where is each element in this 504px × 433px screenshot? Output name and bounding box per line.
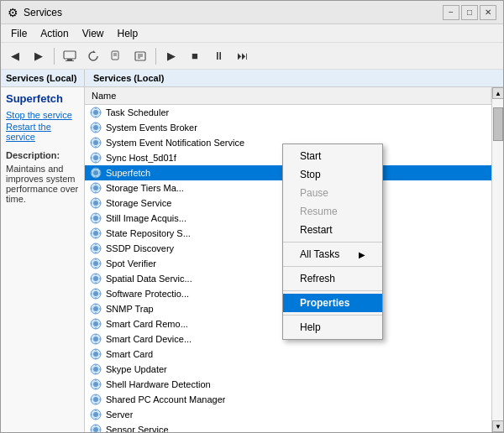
- service-name-label: SSDP Discovery: [103, 243, 174, 253]
- service-name-label: Task Scheduler: [103, 107, 169, 117]
- toolbar-sep-2: [155, 48, 156, 65]
- toolbar-computer[interactable]: [59, 46, 81, 66]
- toolbar-play[interactable]: ▶: [160, 46, 182, 66]
- toolbar: ◀ ▶ ▶ ■ ⏸ ⏭: [1, 43, 503, 70]
- svg-rect-2: [66, 60, 74, 61]
- service-name-label: Still Image Acquis...: [103, 213, 186, 223]
- selected-service-name: Superfetch: [1, 87, 84, 108]
- service-icon: [88, 257, 103, 270]
- context-menu-item-resume: Resume: [283, 202, 382, 221]
- svg-point-54: [93, 216, 98, 221]
- service-name-label: Smart Card: [103, 349, 153, 359]
- maximize-button[interactable]: □: [461, 5, 478, 20]
- scroll-track[interactable]: [492, 99, 503, 420]
- service-name-label: State Repository S...: [103, 228, 191, 238]
- restart-service-link[interactable]: Restart the service: [6, 122, 79, 142]
- service-icon: [88, 332, 103, 346]
- service-icon: [88, 347, 103, 361]
- service-name-label: Storage Service: [103, 198, 171, 208]
- service-icon: [88, 181, 103, 195]
- service-name-label: Storage Tiers Ma...: [103, 183, 184, 193]
- svg-rect-1: [67, 59, 72, 60]
- svg-point-36: [93, 170, 98, 175]
- svg-point-132: [93, 412, 98, 417]
- service-icon: [88, 136, 103, 149]
- service-icon: [88, 408, 103, 421]
- left-panel: Services (Local) Superfetch Stop the ser…: [1, 70, 85, 432]
- svg-point-72: [93, 261, 98, 266]
- service-row[interactable]: Smart Card: [85, 347, 491, 362]
- svg-point-18: [93, 125, 98, 130]
- main-area: Services (Local) Superfetch Stop the ser…: [1, 70, 503, 432]
- context-menu-item-all-tasks[interactable]: All Tasks▶: [283, 245, 382, 263]
- minimize-button[interactable]: −: [443, 5, 459, 20]
- window-title: Services: [24, 7, 62, 18]
- close-button[interactable]: ✕: [480, 5, 496, 20]
- service-icon: [88, 196, 103, 210]
- service-name-label: Spatial Data Servic...: [103, 274, 192, 284]
- right-panel: Services (Local) Name Task Scheduler Sys…: [85, 70, 503, 432]
- services-list-header: Name: [85, 87, 491, 105]
- name-column-header[interactable]: Name: [85, 89, 491, 102]
- service-row[interactable]: Shell Hardware Detection: [85, 377, 491, 392]
- service-name-label: Skype Updater: [103, 364, 167, 374]
- service-name-label: Server: [103, 410, 133, 420]
- service-name-label: Sensor Service: [103, 425, 169, 432]
- toolbar-properties[interactable]: [129, 46, 151, 66]
- service-icon: [88, 211, 103, 225]
- description-label: Description:: [6, 150, 79, 160]
- toolbar-refresh[interactable]: [82, 46, 104, 66]
- menu-action[interactable]: Action: [34, 26, 75, 41]
- scroll-up-arrow[interactable]: ▲: [492, 87, 503, 99]
- service-icon: [88, 166, 103, 180]
- toolbar-back[interactable]: ◀: [4, 46, 26, 66]
- service-name-label: Shell Hardware Detection: [103, 379, 211, 389]
- svg-marker-3: [93, 50, 96, 53]
- title-bar-left: ⚙ Services: [8, 6, 62, 19]
- service-row[interactable]: Sensor Service: [85, 422, 491, 432]
- ctx-item-label: Pause: [300, 187, 328, 199]
- svg-point-84: [93, 291, 98, 296]
- toolbar-forward[interactable]: ▶: [28, 46, 50, 66]
- context-menu-item-restart[interactable]: Restart: [283, 221, 382, 239]
- right-scrollbar[interactable]: ▲ ▼: [491, 87, 503, 432]
- toolbar-restart[interactable]: ⏭: [231, 46, 253, 66]
- service-row[interactable]: Shared PC Account Manager: [85, 392, 491, 407]
- toolbar-sep-1: [54, 48, 55, 65]
- svg-point-78: [93, 276, 98, 281]
- scroll-down-arrow[interactable]: ▼: [492, 420, 503, 432]
- service-name-label: Superfetch: [103, 168, 150, 178]
- toolbar-export[interactable]: [106, 46, 128, 66]
- context-menu-item-stop[interactable]: Stop: [283, 165, 382, 184]
- svg-point-138: [93, 427, 98, 432]
- service-row[interactable]: Task Scheduler: [85, 105, 491, 120]
- context-menu-item-refresh[interactable]: Refresh: [283, 269, 382, 288]
- service-icon: [88, 227, 103, 240]
- svg-point-102: [93, 336, 98, 342]
- ctx-separator: [283, 290, 382, 291]
- scroll-thumb[interactable]: [493, 107, 503, 141]
- toolbar-pause[interactable]: ⏸: [207, 46, 229, 66]
- menu-view[interactable]: View: [76, 26, 111, 41]
- service-name-label: System Events Broker: [103, 123, 197, 133]
- service-row[interactable]: Server: [85, 407, 491, 422]
- service-icon: [88, 378, 103, 391]
- menu-file[interactable]: File: [4, 26, 34, 41]
- ctx-item-label: Restart: [300, 224, 333, 236]
- service-icon: [88, 317, 103, 331]
- toolbar-stop[interactable]: ■: [184, 46, 206, 66]
- context-menu-item-start[interactable]: Start: [283, 147, 382, 165]
- service-icon: [88, 423, 103, 432]
- svg-point-42: [93, 185, 98, 190]
- context-menu-item-help[interactable]: Help: [283, 318, 382, 336]
- svg-point-96: [93, 321, 98, 326]
- service-row[interactable]: Skype Updater: [85, 362, 491, 377]
- context-menu-item-properties[interactable]: Properties: [283, 294, 382, 312]
- menu-help[interactable]: Help: [111, 26, 145, 41]
- svg-point-114: [93, 367, 98, 372]
- service-description: Description: Maintains and improves syst…: [1, 143, 84, 211]
- svg-point-126: [93, 397, 98, 402]
- service-icon: [88, 121, 103, 134]
- service-row[interactable]: System Events Broker: [85, 120, 491, 135]
- stop-service-link[interactable]: Stop the service: [6, 110, 79, 120]
